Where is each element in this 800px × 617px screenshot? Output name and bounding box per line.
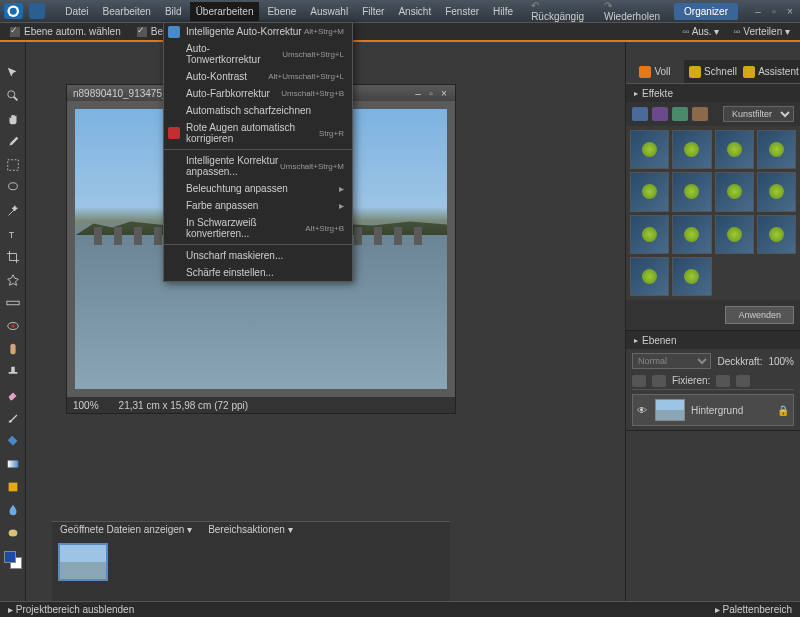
effect-thumbnail[interactable] [757, 130, 796, 169]
shape-tool-icon[interactable] [4, 478, 22, 496]
palette-area-button[interactable]: ▸ Palettenbereich [715, 604, 792, 615]
apply-button[interactable]: Anwenden [725, 306, 794, 324]
effect-thumbnail[interactable] [757, 215, 796, 254]
effect-thumbnail[interactable] [672, 215, 711, 254]
bin-thumbnail[interactable] [58, 543, 108, 581]
lasso-tool-icon[interactable] [4, 179, 22, 197]
marquee-tool-icon[interactable] [4, 156, 22, 174]
effects-category-icon[interactable] [672, 107, 688, 121]
menu-item[interactable]: Automatisch scharfzeichnen [164, 102, 352, 119]
effect-thumbnail[interactable] [672, 130, 711, 169]
doc-maximize-icon[interactable]: ▫ [426, 88, 436, 99]
mode-guided[interactable]: Assistent [742, 60, 800, 83]
effects-category-icon[interactable] [692, 107, 708, 121]
app-logo-icon[interactable] [4, 3, 23, 19]
foreground-color[interactable] [4, 551, 16, 563]
zoom-level[interactable]: 100% [73, 400, 99, 411]
menu-item[interactable]: Rote Augen automatisch korrigierenStrg+R [164, 119, 352, 147]
distribute-dropdown[interactable]: ▫▫ Verteilen ▾ [733, 26, 790, 37]
effects-category-icon[interactable] [632, 107, 648, 121]
bucket-tool-icon[interactable] [4, 432, 22, 450]
menu-item[interactable]: Beleuchtung anpassen▸ [164, 180, 352, 197]
menu-item[interactable]: Auto-KontrastAlt+Umschalt+Strg+L [164, 68, 352, 85]
menu-filter[interactable]: Filter [356, 2, 390, 21]
move-tool-icon[interactable] [4, 64, 22, 82]
menu-item[interactable]: In Schwarzweiß konvertieren...Alt+Strg+B [164, 214, 352, 242]
doc-close-icon[interactable]: × [439, 88, 449, 99]
organizer-button[interactable]: Organizer [674, 3, 738, 20]
effect-thumbnail[interactable] [715, 172, 754, 211]
menu-item[interactable]: Intelligente Korrektur anpassen...Umscha… [164, 152, 352, 180]
effects-filter-select[interactable]: Kunstfilter [723, 106, 794, 122]
menu-hilfe[interactable]: Hilfe [487, 2, 519, 21]
menu-überarbeiten[interactable]: Überarbeiten [190, 2, 260, 21]
menu-fenster[interactable]: Fenster [439, 2, 485, 21]
effect-thumbnail[interactable] [630, 215, 669, 254]
eraser-tool-icon[interactable] [4, 386, 22, 404]
bin-actions-dropdown[interactable]: Bereichsaktionen ▾ [208, 524, 293, 535]
effect-thumbnail[interactable] [672, 257, 711, 296]
blur-tool-icon[interactable] [4, 501, 22, 519]
maximize-button[interactable]: ▫ [768, 6, 780, 17]
lock-transparent-icon[interactable] [716, 375, 730, 387]
align-dropdown[interactable]: ▫▫ Aus. ▾ [682, 26, 719, 37]
redeye-tool-icon[interactable] [4, 317, 22, 335]
stamp-tool-icon[interactable] [4, 363, 22, 381]
menu-bild[interactable]: Bild [159, 2, 188, 21]
hide-bin-button[interactable]: ▸ Projektbereich ausblenden [8, 604, 134, 615]
bin-show-dropdown[interactable]: Geöffnete Dateien anzeigen ▾ [60, 524, 192, 535]
undo-button[interactable]: ↶ Rückgängig [525, 0, 590, 24]
mode-full[interactable]: Voll [626, 60, 684, 83]
menu-bearbeiten[interactable]: Bearbeiten [97, 2, 157, 21]
brush-tool-icon[interactable] [4, 409, 22, 427]
effect-thumbnail[interactable] [630, 257, 669, 296]
straighten-tool-icon[interactable] [4, 294, 22, 312]
effect-thumbnail[interactable] [672, 172, 711, 211]
gradient-tool-icon[interactable] [4, 455, 22, 473]
effects-category-icon[interactable] [652, 107, 668, 121]
mode-quick[interactable]: Schnell [684, 60, 742, 83]
effect-thumbnail[interactable] [715, 130, 754, 169]
color-swatches[interactable] [4, 551, 22, 569]
auto-select-checkbox[interactable]: Ebene autom. wählen [10, 26, 121, 37]
close-button[interactable]: × [784, 6, 796, 17]
layer-thumbnail[interactable] [655, 399, 685, 421]
menu-ansicht[interactable]: Ansicht [392, 2, 437, 21]
sponge-tool-icon[interactable] [4, 524, 22, 542]
menu-item[interactable]: Auto-TonwertkorrekturUmschalt+Strg+L [164, 40, 352, 68]
effect-thumbnail[interactable] [757, 172, 796, 211]
menu-item[interactable]: Intelligente Auto-KorrekturAlt+Strg+M [164, 23, 352, 40]
zoom-tool-icon[interactable] [4, 87, 22, 105]
effect-thumbnail[interactable] [630, 130, 669, 169]
menu-item[interactable]: Auto-FarbkorrekturUmschalt+Strg+B [164, 85, 352, 102]
menu-item[interactable]: Unscharf maskieren... [164, 247, 352, 264]
layers-panel-header[interactable]: ▸Ebenen [626, 331, 800, 349]
hand-tool-icon[interactable] [4, 110, 22, 128]
visibility-icon[interactable]: 👁 [637, 405, 649, 416]
layer-row[interactable]: 👁 Hintergrund 🔒 [632, 394, 794, 426]
layer-mask-icon[interactable] [652, 375, 666, 387]
new-layer-icon[interactable] [632, 375, 646, 387]
cookie-cutter-tool-icon[interactable] [4, 271, 22, 289]
effect-thumbnail[interactable] [715, 215, 754, 254]
healing-tool-icon[interactable] [4, 340, 22, 358]
layer-name[interactable]: Hintergrund [691, 405, 743, 416]
effect-thumbnail[interactable] [630, 172, 669, 211]
effects-panel-header[interactable]: ▸Effekte [626, 84, 800, 102]
doc-minimize-icon[interactable]: – [413, 88, 423, 99]
menu-item[interactable]: Schärfe einstellen... [164, 264, 352, 281]
eyedropper-tool-icon[interactable] [4, 133, 22, 151]
crop-tool-icon[interactable] [4, 248, 22, 266]
lock-all-icon[interactable] [736, 375, 750, 387]
wand-tool-icon[interactable] [4, 202, 22, 220]
opacity-value[interactable]: 100% [768, 356, 794, 367]
menu-item[interactable]: Farbe anpassen▸ [164, 197, 352, 214]
redo-button[interactable]: ↷ Wiederholen [598, 0, 666, 24]
menu-datei[interactable]: Datei [59, 2, 94, 21]
menu-auswahl[interactable]: Auswahl [304, 2, 354, 21]
menu-ebene[interactable]: Ebene [261, 2, 302, 21]
home-icon[interactable] [29, 3, 46, 19]
type-tool-icon[interactable]: T [4, 225, 22, 243]
blend-mode-select[interactable]: Normal [632, 353, 711, 369]
minimize-button[interactable]: – [752, 6, 764, 17]
